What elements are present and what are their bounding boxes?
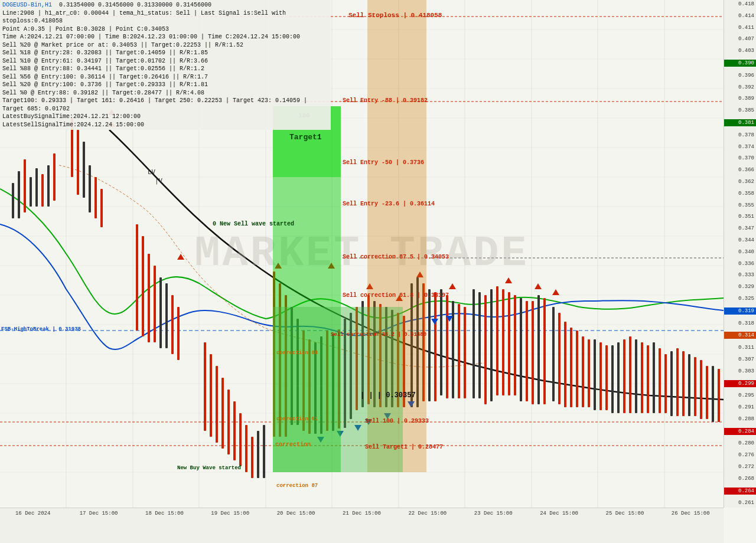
entry4: Sell %20 @ Entry:100: 0.3736 || Target:0… <box>2 81 328 89</box>
price-351: 0.351 <box>724 214 756 220</box>
svg-rect-103 <box>496 286 498 395</box>
price-288: 0.288 <box>724 416 756 422</box>
entry3: Sell %56 @ Entry:100: 0.36114 || Target:… <box>2 73 328 81</box>
price-333: 0.333 <box>724 272 756 278</box>
price-358: 0.358 <box>724 191 756 197</box>
price-261: 0.261 <box>724 500 756 506</box>
svg-rect-99 <box>472 289 475 398</box>
price-268: 0.268 <box>724 476 756 482</box>
svg-rect-127 <box>641 342 643 413</box>
entry5: Sell %0 @ Entry:88: 0.39182 || Target:0.… <box>2 89 328 97</box>
info-panel: DOGEUSD-Bin,H1 0.31354000 0.31456000 0.3… <box>0 0 331 130</box>
price-344: 0.344 <box>724 237 756 243</box>
svg-rect-95 <box>446 295 448 398</box>
entry0: Sell %18 @ Entry:28: 0.32083 || Target:0… <box>2 49 328 57</box>
svg-rect-58 <box>221 378 224 449</box>
svg-rect-93 <box>434 292 436 401</box>
price-264-highlight: 0.264 <box>724 488 756 495</box>
svg-rect-119 <box>594 339 596 410</box>
svg-rect-97 <box>458 304 460 398</box>
svg-rect-131 <box>664 354 667 413</box>
svg-rect-126 <box>635 339 637 413</box>
svg-rect-63 <box>251 437 253 478</box>
entry1: Sell %10 @ Entry:61: 0.34197 || Target:0… <box>2 57 328 66</box>
svg-rect-125 <box>629 336 631 413</box>
svg-rect-47 <box>136 224 138 331</box>
svg-rect-113 <box>558 313 561 404</box>
price-point-label: | | | 0.30357 <box>360 391 416 400</box>
svg-rect-137 <box>700 360 702 419</box>
svg-marker-152 <box>552 289 559 295</box>
price-381-highlight: 0.381 <box>724 119 756 126</box>
price-284-highlight: 0.284 <box>724 428 756 435</box>
price-311: 0.311 <box>724 345 756 351</box>
svg-rect-138 <box>706 366 708 419</box>
correction-88-label: correction 88 <box>276 350 318 356</box>
svg-rect-123 <box>617 342 620 413</box>
price-389: 0.389 <box>724 96 756 102</box>
time-22dec: 22 Dec 15:00 <box>395 511 460 516</box>
price-347: 0.347 <box>724 225 756 231</box>
svg-rect-92 <box>428 289 431 401</box>
time-25dec: 25 Dec 15:00 <box>592 511 657 516</box>
svg-rect-40 <box>53 153 56 201</box>
svg-rect-64 <box>257 431 259 478</box>
svg-rect-55 <box>204 342 206 431</box>
info-line3: Time A:2024.12.21 07:00:00 | Time B:2024… <box>2 33 328 41</box>
price-355: 0.355 <box>724 202 756 208</box>
price-362: 0.362 <box>724 179 756 185</box>
svg-rect-50 <box>154 266 156 342</box>
price-299-highlight: 0.299 <box>724 380 756 387</box>
svg-text:LV: LV <box>148 168 156 176</box>
time-16dec: 16 Dec 2024 <box>0 511 66 516</box>
price-340: 0.340 <box>724 249 756 255</box>
svg-rect-105 <box>508 292 510 395</box>
svg-rect-98 <box>464 307 466 398</box>
price-396: 0.396 <box>724 73 756 78</box>
price-295: 0.295 <box>724 392 756 398</box>
entry2: Sell %88 @ Entry:88: 0.34441 || Target:0… <box>2 65 328 73</box>
svg-rect-37 <box>35 168 38 207</box>
time-17dec: 17 Dec 15:00 <box>66 511 131 516</box>
time-18dec: 18 Dec 15:00 <box>132 511 197 516</box>
latest-sell: LatestSellSignalTime:2024.12.24 15:00:00 <box>2 121 328 129</box>
svg-rect-133 <box>676 348 679 416</box>
price-403: 0.403 <box>724 48 756 54</box>
sell-correction-382-label: Sell correction 38.2 | 0.31480 <box>331 332 426 338</box>
fsb-high-label: FSB-HighToBreak | 0.31938 <box>1 326 81 332</box>
svg-rect-112 <box>552 307 555 401</box>
symbol-line: DOGEUSD-Bin,H1 0.31354000 0.31456000 0.3… <box>2 1 328 9</box>
svg-rect-102 <box>490 289 493 401</box>
svg-marker-150 <box>505 277 512 283</box>
svg-rect-111 <box>543 298 546 404</box>
svg-rect-100 <box>478 292 481 398</box>
svg-rect-129 <box>653 342 655 413</box>
price-407: 0.407 <box>724 36 756 42</box>
svg-rect-35 <box>24 159 26 212</box>
svg-rect-136 <box>694 357 696 416</box>
svg-rect-62 <box>245 425 247 472</box>
price-385: 0.385 <box>724 107 756 113</box>
time-26dec: 26 Dec 15:00 <box>658 511 724 516</box>
target1-label: Target1 <box>289 133 322 142</box>
price-411: 0.411 <box>724 25 756 31</box>
price-374: 0.374 <box>724 144 756 150</box>
info-line1: Line:2908 | h1_atr_c0: 0.00044 | tema_h1… <box>2 9 328 25</box>
price-314-highlight: 0.314 <box>724 332 756 339</box>
sell-target1-label: Sell Target1 | 0.28477 <box>365 444 443 450</box>
symbol: DOGEUSD-Bin,H1 <box>2 2 52 8</box>
svg-rect-122 <box>611 345 614 413</box>
sell-correction-875-label: Sell correction 87.5 | 0.34053 <box>343 254 449 260</box>
info-line2: Point A:0.35 | Point B:0.3028 | Point C:… <box>2 25 328 34</box>
svg-rect-51 <box>159 277 162 348</box>
svg-rect-117 <box>582 336 584 407</box>
svg-rect-60 <box>233 401 236 460</box>
price-370: 0.370 <box>724 155 756 161</box>
new-sell-wave-label: 0 New Sell wave started <box>213 221 294 227</box>
price-291: 0.291 <box>724 404 756 410</box>
svg-rect-106 <box>514 295 516 395</box>
svg-rect-108 <box>526 301 528 401</box>
svg-rect-34 <box>18 171 20 218</box>
svg-rect-114 <box>564 322 566 407</box>
svg-text:|V: |V <box>155 177 163 185</box>
